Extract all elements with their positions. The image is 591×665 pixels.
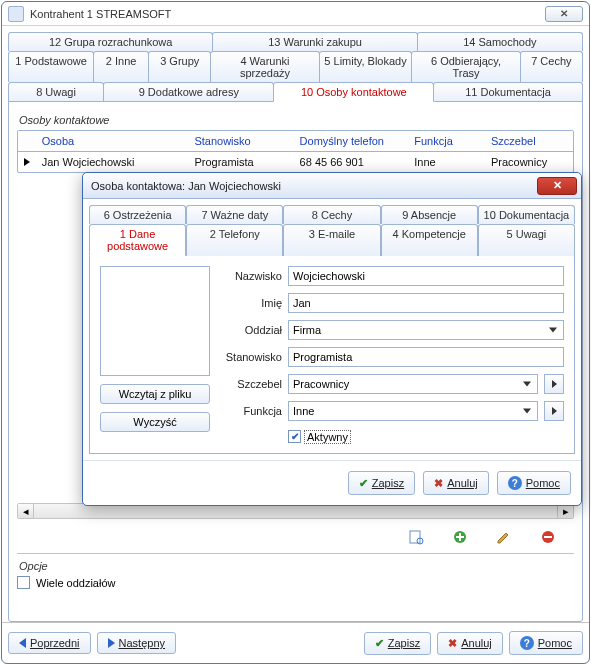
dlg-tab-dokumentacja[interactable]: 10 Dokumentacja [478,205,575,224]
cancel-button[interactable]: ✖Anuluj [437,632,503,655]
tab-warunki-zakupu[interactable]: 13 Warunki zakupu [212,32,417,51]
tab-odbierajacy-trasy[interactable]: 6 Odbierający, Trasy [411,51,520,82]
next-icon [108,638,115,648]
tab-limity-blokady[interactable]: 5 Limity, Blokady [319,51,413,82]
cell-telefon: 68 45 66 901 [294,152,409,172]
input-imie[interactable]: Jan [288,293,564,313]
dlg-tab-wazne-daty[interactable]: 7 Ważne daty [186,205,283,224]
active-checkbox[interactable]: ✔ Aktywny [288,430,564,443]
next-button[interactable]: Następny [97,632,176,654]
dlg-tab-dane-podstawowe[interactable]: 1 Dane podstawowe [89,224,186,256]
tab-uwagi[interactable]: 8 Uwagi [8,82,104,102]
col-szczebel[interactable]: Szczebel [485,131,573,152]
dialog-title: Osoba kontaktowa: Jan Wojciechowski [91,180,537,192]
col-funkcja[interactable]: Funkcja [408,131,485,152]
grid-header: Osoba Stanowisko Domyślny telefon Funkcj… [18,131,573,152]
window-close-button[interactable]: ✕ [545,6,583,22]
funkcja-lookup-button[interactable] [544,401,564,421]
col-stanowisko[interactable]: Stanowisko [188,131,293,152]
x-icon: ✖ [448,637,457,650]
label-funkcja: Funkcja [220,405,282,417]
tab-dodatkowe-adresy[interactable]: 9 Dodatkowe adresy [103,82,274,102]
label-szczebel: Szczebel [220,378,282,390]
dlg-tab-absencje[interactable]: 9 Absencje [381,205,478,224]
tab-osoby-kontaktowe[interactable]: 10 Osoby kontaktowe [273,82,434,102]
svg-rect-4 [544,536,552,538]
help-button[interactable]: ?Pomoc [509,631,583,655]
options-title: Opcje [19,560,574,572]
active-label: Aktywny [305,431,350,443]
main-footer: Poprzedni Następny ✔Zapisz ✖Anuluj ?Pomo… [2,622,589,663]
dlg-tab-kompetencje[interactable]: 4 Kompetencje [381,224,478,256]
contacts-grid: Osoba Stanowisko Domyślny telefon Funkcj… [17,130,574,173]
toolbar-view-icon[interactable] [408,529,424,545]
save-button[interactable]: ✔Zapisz [364,632,431,655]
dialog-footer: ✔Zapisz ✖Anuluj ?Pomoc [83,460,581,505]
dialog-tabs-row-1: 6 Ostrzeżenia 7 Ważne daty 8 Cechy 9 Abs… [89,205,575,224]
toolbar-add-icon[interactable] [452,529,468,545]
app-icon [8,6,24,22]
combo-funkcja[interactable]: Inne [288,401,538,421]
dlg-tab-emaile[interactable]: 3 E-maile [283,224,380,256]
scroll-right-button[interactable]: ▸ [557,504,573,518]
col-telefon[interactable]: Domyślny telefon [294,131,409,152]
separator [17,553,574,554]
toolbar-delete-icon[interactable] [540,529,556,545]
dlg-tab-uwagi[interactable]: 5 Uwagi [478,224,575,256]
titlebar: Kontrahent 1 STREAMSOFT ✕ [2,2,589,26]
cell-szczebel: Pracownicy [485,152,573,172]
photo-placeholder [100,266,210,376]
x-icon: ✖ [434,477,443,490]
dialog-panel: Wczytaj z pliku Wyczyść Nazwisko Wojciec… [89,256,575,454]
dlg-tab-cechy[interactable]: 8 Cechy [283,205,380,224]
checkbox-checked-icon: ✔ [288,430,301,443]
dialog-titlebar: Osoba kontaktowa: Jan Wojciechowski ✕ [83,173,581,199]
toolbar-edit-icon[interactable] [496,529,512,545]
dialog-help-button[interactable]: ?Pomoc [497,471,571,495]
tab-podstawowe[interactable]: 1 Podstawowe [8,51,94,82]
help-icon: ? [520,636,534,650]
tab-grupa-rozrachunkowa[interactable]: 12 Grupa rozrachunkowa [8,32,213,51]
combo-szczebel[interactable]: Pracownicy [288,374,538,394]
input-nazwisko[interactable]: Wojciechowski [288,266,564,286]
help-icon: ? [508,476,522,490]
clear-button[interactable]: Wyczyść [100,412,210,432]
tab-cechy[interactable]: 7 Cechy [520,51,583,82]
options-box: Opcje Wiele oddziałów [17,560,574,589]
cell-stanowisko: Programista [188,152,293,172]
prev-icon [19,638,26,648]
tabs-row-1: 12 Grupa rozrachunkowa 13 Warunki zakupu… [8,32,583,51]
dlg-tab-telefony[interactable]: 2 Telefony [186,224,283,256]
input-stanowisko[interactable]: Programista [288,347,564,367]
dialog-close-button[interactable]: ✕ [537,177,577,195]
szczebel-lookup-button[interactable] [544,374,564,394]
combo-oddzial[interactable]: Firma [288,320,564,340]
scroll-track[interactable] [34,504,557,518]
triangle-right-icon [552,380,557,388]
window-title: Kontrahent 1 STREAMSOFT [30,8,545,20]
checkbox-label: Wiele oddziałów [36,577,115,589]
col-osoba[interactable]: Osoba [36,131,189,152]
dialog-save-button[interactable]: ✔Zapisz [348,471,415,495]
tab-warunki-sprzedazy[interactable]: 4 Warunki sprzedaży [210,51,319,82]
section-title: Osoby kontaktowe [19,114,574,126]
tab-grupy[interactable]: 3 Grupy [148,51,211,82]
tab-samochody[interactable]: 14 Samochody [417,32,583,51]
label-stanowisko: Stanowisko [220,351,282,363]
contact-dialog: Osoba kontaktowa: Jan Wojciechowski ✕ 6 … [82,172,582,506]
dialog-tabs-row-2: 1 Dane podstawowe 2 Telefony 3 E-maile 4… [89,224,575,256]
label-oddzial: Oddział [220,324,282,336]
svg-rect-0 [410,531,420,543]
scroll-left-button[interactable]: ◂ [18,504,34,518]
multi-branch-checkbox[interactable]: Wiele oddziałów [17,576,574,589]
grid-row[interactable]: Jan Wojciechowski Programista 68 45 66 9… [18,152,573,172]
load-from-file-button[interactable]: Wczytaj z pliku [100,384,210,404]
cell-funkcja: Inne [408,152,485,172]
form-column: Nazwisko Wojciechowski Imię Jan Oddział … [220,266,564,443]
tab-dokumentacja[interactable]: 11 Dokumentacja [433,82,583,102]
tab-inne[interactable]: 2 Inne [93,51,149,82]
dialog-cancel-button[interactable]: ✖Anuluj [423,471,489,495]
triangle-right-icon [552,407,557,415]
prev-button[interactable]: Poprzedni [8,632,91,654]
dlg-tab-ostrzezenia[interactable]: 6 Ostrzeżenia [89,205,186,224]
